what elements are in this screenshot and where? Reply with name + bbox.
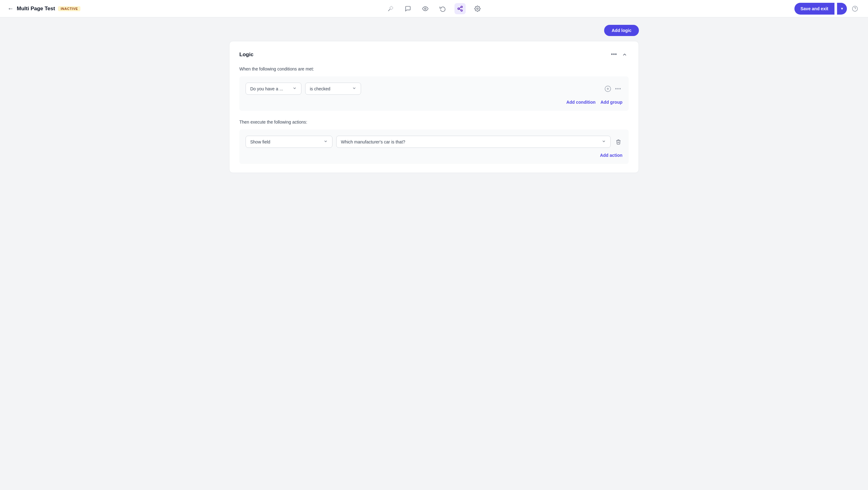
trash-icon — [616, 139, 621, 145]
eye-icon-button[interactable] — [420, 3, 431, 14]
history-icon — [440, 6, 446, 12]
action-field-dropdown[interactable]: Which manufacturer's car is that? — [336, 136, 611, 148]
condition-field-dropdown[interactable]: Do you have a ... — [246, 83, 302, 95]
back-button[interactable]: ← — [7, 5, 14, 12]
magic-wand-icon — [388, 6, 394, 12]
action-row: Show field Which manufacturer's car is t… — [246, 136, 622, 148]
header-actions: ••• — [610, 50, 629, 59]
action-type-chevron-icon — [323, 139, 328, 144]
topnav-right: Save and exit ▾ — [487, 3, 861, 14]
operator-chevron-icon — [352, 86, 356, 91]
move-icon-button[interactable] — [455, 3, 466, 14]
conditions-label: When the following conditions are met: — [239, 66, 629, 71]
logic-card: Logic ••• When the following conditions … — [229, 41, 639, 173]
more-options-button[interactable]: ••• — [610, 50, 618, 59]
eye-icon — [422, 6, 428, 12]
svg-point-0 — [425, 8, 426, 9]
actions-label: Then execute the following actions: — [239, 120, 629, 124]
action-field-chevron-icon — [602, 139, 606, 144]
back-arrow-icon: ← — [7, 5, 14, 12]
svg-point-1 — [461, 6, 463, 7]
flow-icon — [457, 6, 463, 12]
topnav-center — [385, 3, 483, 14]
logic-card-header: Logic ••• — [239, 50, 629, 59]
action-type-wrapper: Show field — [246, 136, 333, 148]
condition-more-button[interactable]: ••• — [614, 85, 622, 93]
chevron-up-icon — [622, 52, 627, 57]
condition-row: Do you have a ... is checked — [246, 83, 622, 95]
top-bar: Add logic — [229, 25, 639, 36]
add-condition-button[interactable]: Add condition — [566, 100, 595, 105]
history-icon-button[interactable] — [437, 3, 448, 14]
actions-area: Show field Which manufacturer's car is t… — [239, 129, 629, 164]
conditions-area: Do you have a ... is checked — [239, 76, 629, 111]
condition-row-icons: ••• — [604, 85, 622, 93]
svg-point-6 — [477, 8, 478, 9]
action-type-dropdown[interactable]: Show field — [246, 136, 333, 148]
topnav: ← Multi Page Test INACTIVE — [0, 0, 868, 18]
page-title: Multi Page Test — [17, 6, 55, 12]
circle-plus-icon — [604, 85, 611, 92]
svg-point-2 — [458, 8, 460, 9]
action-type-value: Show field — [250, 140, 270, 144]
add-group-button[interactable]: Add group — [600, 100, 622, 105]
condition-field-value: Do you have a ... — [250, 86, 283, 91]
main-content: Add logic Logic ••• When the following c… — [217, 18, 651, 180]
topnav-left: ← Multi Page Test INACTIVE — [7, 5, 381, 12]
condition-operator-value: is checked — [310, 86, 330, 91]
save-exit-button[interactable]: Save and exit — [795, 3, 835, 14]
condition-ellipsis-icon: ••• — [615, 86, 621, 92]
condition-add-button[interactable] — [604, 85, 611, 92]
svg-line-4 — [459, 9, 461, 10]
svg-point-3 — [461, 10, 463, 11]
actions-section: Then execute the following actions: Show… — [239, 120, 629, 164]
comment-icon — [405, 6, 411, 12]
svg-line-5 — [459, 7, 461, 8]
condition-actions: Add condition Add group — [246, 100, 622, 105]
settings-icon-button[interactable] — [472, 3, 483, 14]
help-icon — [852, 6, 858, 12]
actions-bottom-row: Add action — [246, 153, 622, 158]
action-delete-button[interactable] — [614, 138, 622, 146]
add-logic-button[interactable]: Add logic — [604, 25, 639, 36]
comment-icon-button[interactable] — [402, 3, 413, 14]
field-chevron-icon — [292, 86, 297, 91]
action-field-value: Which manufacturer's car is that? — [341, 140, 405, 144]
status-badge: INACTIVE — [58, 6, 81, 11]
magic-wand-icon-button[interactable] — [385, 3, 396, 14]
chevron-down-icon: ▾ — [841, 6, 843, 11]
collapse-button[interactable] — [621, 51, 629, 59]
condition-operator-dropdown[interactable]: is checked — [305, 83, 361, 95]
save-dropdown-button[interactable]: ▾ — [837, 3, 847, 14]
help-button[interactable] — [849, 3, 861, 14]
ellipsis-icon: ••• — [611, 51, 617, 58]
add-action-button[interactable]: Add action — [600, 153, 622, 158]
action-field-wrapper: Which manufacturer's car is that? — [336, 136, 611, 148]
logic-card-title: Logic — [239, 52, 253, 58]
settings-icon — [474, 6, 480, 12]
